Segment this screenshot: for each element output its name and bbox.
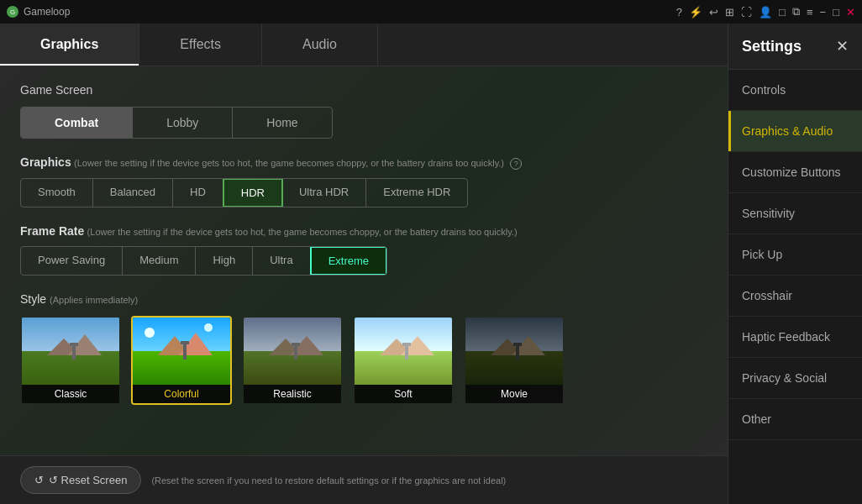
sidebar-item-customize-buttons[interactable]: Customize Buttons [728, 152, 862, 193]
style-movie[interactable]: Movie [464, 316, 565, 405]
frame-rate-power-saving[interactable]: Power Saving [21, 247, 123, 275]
svg-rect-13 [292, 343, 300, 346]
style-soft[interactable]: Soft [353, 316, 454, 405]
game-tab-home[interactable]: Home [233, 108, 331, 138]
style-classic-label: Classic [22, 385, 119, 403]
frame-rate-medium[interactable]: Medium [123, 247, 196, 275]
window-close-icon[interactable]: ✕ [846, 6, 855, 18]
sidebar-item-sensitivity[interactable]: Sensitivity [728, 193, 862, 234]
graphics-help-icon[interactable]: ? [510, 158, 522, 170]
graphics-ultra-hdr[interactable]: Ultra HDR [282, 179, 366, 207]
game-screen-tabs: Combat Lobby Home [20, 107, 333, 139]
style-thumbnails: Classic [20, 316, 707, 405]
sidebar-item-graphics-audio[interactable]: Graphics & Audio [728, 111, 862, 152]
sidebar-item-haptic-feedback[interactable]: Haptic Feedback [728, 317, 862, 358]
style-movie-label: Movie [465, 385, 563, 403]
multi-window-icon[interactable]: ⧉ [792, 5, 800, 18]
style-colorful[interactable]: Colorful [131, 316, 232, 405]
graphics-quality-group: Graphics (Lower the setting if the devic… [20, 155, 707, 207]
left-content: Graphics Effects Audio Game Screen Comba… [0, 24, 728, 504]
svg-point-8 [145, 328, 155, 338]
style-realistic-img [244, 318, 343, 385]
sidebar-title: Settings [742, 38, 802, 55]
sidebar-item-controls[interactable]: Controls [728, 70, 862, 111]
graphics-quality-label: Graphics (Lower the setting if the devic… [20, 155, 707, 170]
style-group: Style (Applies immediately) [20, 292, 707, 405]
top-tabs: Graphics Effects Audio [0, 24, 728, 66]
game-screen-title: Game Screen [20, 83, 707, 97]
window-icon[interactable]: □ [779, 6, 786, 18]
svg-rect-17 [402, 343, 411, 346]
reset-label: ↺ Reset Screen [49, 474, 127, 486]
svg-point-9 [204, 323, 213, 332]
frame-rate-ultra[interactable]: Ultra [253, 247, 310, 275]
sidebar-item-crosshair[interactable]: Crosshair [728, 276, 862, 317]
graphics-balanced[interactable]: Balanced [93, 179, 173, 207]
sidebar-close-icon[interactable]: ✕ [836, 37, 849, 55]
graphics-smooth[interactable]: Smooth [21, 179, 93, 207]
account-icon[interactable]: 👤 [759, 6, 772, 18]
reset-icon: ↺ [34, 474, 44, 486]
style-classic-img [22, 318, 121, 385]
sidebar-item-privacy-social[interactable]: Privacy & Social [728, 358, 862, 399]
style-classic[interactable]: Classic [20, 316, 121, 405]
sidebar-header: Settings ✕ [728, 24, 862, 70]
sidebar-item-other[interactable]: Other [728, 399, 862, 440]
graphics-extreme-hdr[interactable]: Extreme HDR [366, 179, 467, 207]
graphics-options: Smooth Balanced HD HDR Ultra HDR Extreme… [20, 178, 468, 207]
titlebar-left: G Gameloop [7, 6, 70, 18]
minimize-icon[interactable]: − [820, 6, 827, 18]
tab-graphics[interactable]: Graphics [0, 24, 139, 66]
maximize-icon[interactable]: □ [833, 6, 839, 18]
svg-rect-21 [513, 343, 522, 346]
style-movie-img [465, 318, 565, 385]
help-icon[interactable]: ? [676, 6, 682, 18]
app-logo: G [7, 6, 18, 18]
frame-rate-group: Frame Rate (Lower the setting if the dev… [20, 224, 707, 276]
titlebar: G Gameloop ? ⚡ ↩ ⊞ ⛶ 👤 □ ⧉ ≡ − □ ✕ [0, 0, 862, 24]
main-layout: Graphics Effects Audio Game Screen Comba… [0, 24, 862, 504]
reset-screen-button[interactable]: ↺ ↺ Reset Screen [20, 466, 141, 494]
sidebar-item-pick-up[interactable]: Pick Up [728, 234, 862, 276]
graphics-hd[interactable]: HD [173, 179, 223, 207]
graphics-hdr[interactable]: HDR [223, 178, 283, 207]
frame-rate-high[interactable]: High [196, 247, 253, 275]
reset-hint: (Reset the screen if you need to restore… [151, 475, 506, 486]
tab-audio[interactable]: Audio [262, 24, 378, 66]
style-realistic-label: Realistic [244, 385, 341, 403]
style-soft-img [355, 318, 454, 385]
frame-rate-extreme[interactable]: Extreme [310, 246, 387, 276]
right-sidebar: Settings ✕ Controls Graphics & Audio Cus… [728, 24, 862, 504]
content-area: Game Screen Combat Lobby Home Graphics (… [0, 66, 728, 455]
bottom-bar: ↺ ↺ Reset Screen (Reset the screen if yo… [0, 455, 728, 504]
app-name: Gameloop [24, 6, 70, 18]
frame-rate-label: Frame Rate (Lower the setting if the dev… [20, 224, 707, 238]
grid-icon[interactable]: ⊞ [725, 6, 734, 18]
undo-icon[interactable]: ↩ [709, 6, 718, 18]
game-tab-combat[interactable]: Combat [21, 108, 133, 138]
svg-rect-7 [181, 341, 189, 344]
expand-icon[interactable]: ⛶ [741, 6, 752, 18]
style-soft-label: Soft [355, 385, 452, 403]
tab-effects[interactable]: Effects [139, 24, 262, 66]
lightning-icon[interactable]: ⚡ [689, 6, 702, 18]
frame-rate-options: Power Saving Medium High Ultra Extreme [20, 246, 387, 276]
style-colorful-img [133, 318, 232, 385]
style-colorful-label: Colorful [133, 385, 230, 403]
titlebar-icons: ? ⚡ ↩ ⊞ ⛶ 👤 □ ⧉ ≡ − □ ✕ [676, 5, 855, 18]
style-label: Style (Applies immediately) [20, 292, 707, 306]
menu-icon[interactable]: ≡ [807, 6, 813, 18]
style-realistic[interactable]: Realistic [242, 316, 343, 405]
svg-rect-3 [70, 343, 78, 346]
game-tab-lobby[interactable]: Lobby [133, 108, 233, 138]
